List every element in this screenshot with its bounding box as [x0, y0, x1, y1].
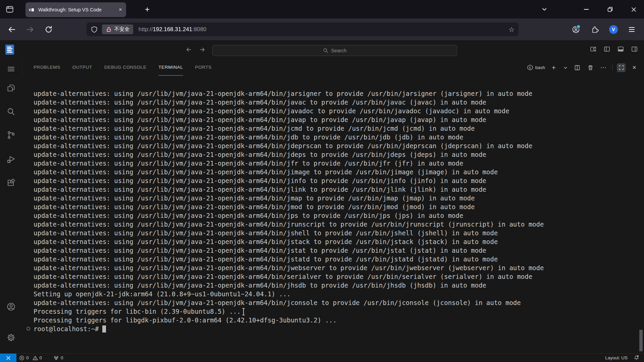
run-debug-view-button[interactable]	[5, 154, 17, 165]
app-menu-button[interactable]	[626, 24, 637, 35]
terminal-line: update-alternatives: using /usr/lib/jvm/…	[34, 220, 644, 229]
reload-button[interactable]	[43, 24, 54, 35]
puzzle-icon	[591, 25, 599, 34]
url-text: http://192.168.31.241:8080	[139, 26, 206, 33]
terminal-line: update-alternatives: using /usr/lib/jvm/…	[34, 246, 644, 255]
menu-button[interactable]	[5, 63, 17, 75]
tab-title: Walkthrough: Setup VS Code	[38, 7, 118, 12]
mouse-text-cursor	[241, 308, 246, 316]
terminal-line: update-alternatives: using /usr/lib/jvm/…	[34, 133, 644, 141]
customize-layout-icon	[590, 46, 597, 53]
terminal-profile-dropdown-button[interactable]	[562, 63, 569, 72]
split-icon	[574, 65, 580, 71]
remote-icon	[5, 355, 11, 361]
tab-ports[interactable]: PORTS	[195, 59, 212, 76]
terminal-line: update-alternatives: using /usr/lib/jvm/…	[34, 237, 644, 246]
panel-header: PROBLEMS OUTPUT DEBUG CONSOLE TERMINAL P…	[22, 59, 644, 76]
explorer-files-icon	[6, 83, 16, 93]
ports-status[interactable]: 0	[51, 355, 66, 361]
split-terminal-button[interactable]	[573, 63, 582, 72]
tab-favicon: c	[29, 7, 36, 12]
terminal-line: update-alternatives: using /usr/lib/jvm/…	[34, 281, 644, 290]
customize-layout-button[interactable]	[590, 46, 597, 53]
url-bar[interactable]: 不安全 http://192.168.31.241:8080 ☆	[87, 22, 519, 36]
v-extension-button[interactable]: V	[608, 24, 619, 35]
bookmark-star-icon[interactable]: ☆	[508, 25, 515, 34]
tab-close-button[interactable]: ×	[118, 6, 123, 13]
terminal-line: Setting up openjdk-21-jdk:arm64 (21.0.8+…	[34, 290, 644, 298]
forward-button[interactable]	[24, 24, 36, 35]
window-minimize-button[interactable]	[581, 4, 592, 15]
keyboard-layout-indicator[interactable]: Layout: US	[605, 355, 628, 360]
editor-back-button[interactable]	[184, 45, 194, 55]
tab-output[interactable]: OUTPUT	[72, 59, 92, 76]
extensions-view-button[interactable]	[5, 177, 17, 189]
new-terminal-button[interactable]: +	[549, 63, 558, 72]
menu-icon	[7, 65, 15, 73]
terminal-line: update-alternatives: using /usr/lib/jvm/…	[34, 150, 644, 159]
back-arrow-icon	[7, 25, 16, 34]
source-control-view-button[interactable]	[5, 129, 17, 141]
v-extension-icon: V	[609, 25, 618, 34]
window-restore-button[interactable]	[604, 4, 616, 15]
chevron-down-icon	[563, 65, 568, 70]
accounts-button[interactable]	[5, 301, 17, 312]
editor-forward-button[interactable]	[197, 45, 207, 55]
firefox-view-button[interactable]	[4, 4, 15, 15]
warning-count: 0	[40, 355, 42, 360]
back-button[interactable]	[6, 24, 17, 35]
terminal-line: update-alternatives: using /usr/lib/jvm/…	[34, 272, 644, 281]
terminal-viewport[interactable]: update-alternatives: using /usr/lib/jvm/…	[22, 76, 644, 353]
more-actions-button[interactable]: ⋯	[599, 63, 608, 72]
terminal-line: update-alternatives: using /usr/lib/jvm/…	[34, 141, 644, 150]
chevron-down-icon	[541, 6, 547, 12]
tab-problems[interactable]: PROBLEMS	[34, 59, 60, 76]
new-tab-button[interactable]: +	[142, 4, 153, 15]
shell-label: bash	[535, 65, 545, 70]
command-center-search[interactable]: Search	[212, 45, 457, 56]
remote-indicator[interactable]	[0, 354, 16, 362]
shield-icon[interactable]	[91, 26, 98, 33]
tab-debug-console[interactable]: DEBUG CONSOLE	[104, 59, 147, 76]
error-icon	[19, 355, 24, 361]
back-arrow-icon	[185, 46, 192, 53]
close-panel-button[interactable]: ×	[630, 63, 639, 72]
kill-terminal-button[interactable]	[586, 63, 595, 72]
search-view-button[interactable]	[5, 106, 17, 118]
terminal-line: update-alternatives: using /usr/lib/jvm/…	[34, 107, 644, 115]
terminal-line: Processing triggers for libc-bin (2.39-0…	[34, 307, 644, 316]
toggle-secondary-sidebar-button[interactable]	[631, 46, 638, 53]
extensions-button[interactable]	[589, 24, 600, 35]
tab-list-dropdown-button[interactable]	[539, 4, 550, 15]
terminal-line: update-alternatives: using /usr/lib/jvm/…	[34, 263, 644, 272]
settings-button[interactable]	[5, 332, 17, 343]
run-debug-icon	[6, 154, 16, 164]
restore-icon	[607, 6, 613, 13]
terminal-line: update-alternatives: using /usr/lib/jvm/…	[34, 159, 644, 168]
terminal-line: update-alternatives: using /usr/lib/jvm/…	[34, 185, 644, 194]
account-button[interactable]	[570, 24, 582, 35]
tab-terminal[interactable]: TERMINAL	[159, 59, 183, 76]
bell-dot-icon[interactable]	[634, 355, 639, 361]
terminal-scrollbar-thumb[interactable]	[639, 330, 643, 351]
explorer-view-button[interactable]	[5, 82, 17, 94]
terminal-line: update-alternatives: using /usr/lib/jvm/…	[34, 202, 644, 211]
extensions-icon	[6, 178, 16, 188]
insecure-connection-badge[interactable]: 不安全	[102, 24, 133, 34]
firefox-view-icon	[5, 5, 14, 14]
browser-tab[interactable]: c Walkthrough: Setup VS Code ×	[25, 2, 126, 17]
window-close-button[interactable]	[628, 4, 639, 15]
browser-toolbar: 不安全 http://192.168.31.241:8080 ☆ V	[0, 18, 644, 40]
maximize-panel-button[interactable]	[617, 63, 626, 72]
hamburger-menu-icon	[629, 27, 635, 32]
toggle-panel-button[interactable]	[617, 46, 624, 53]
forward-arrow-icon	[26, 25, 35, 34]
source-control-branch-icon	[6, 130, 16, 140]
terminal-line: update-alternatives: using /usr/lib/jvm/…	[34, 194, 644, 202]
terminal-prompt: root@localhost:~#	[34, 325, 99, 333]
toggle-primary-sidebar-button[interactable]	[603, 46, 610, 53]
command-decoration-circle[interactable]	[26, 327, 30, 330]
search-icon	[6, 107, 16, 117]
active-terminal-item[interactable]: $ bash	[527, 64, 545, 71]
problems-status[interactable]: 0 0	[16, 355, 45, 361]
